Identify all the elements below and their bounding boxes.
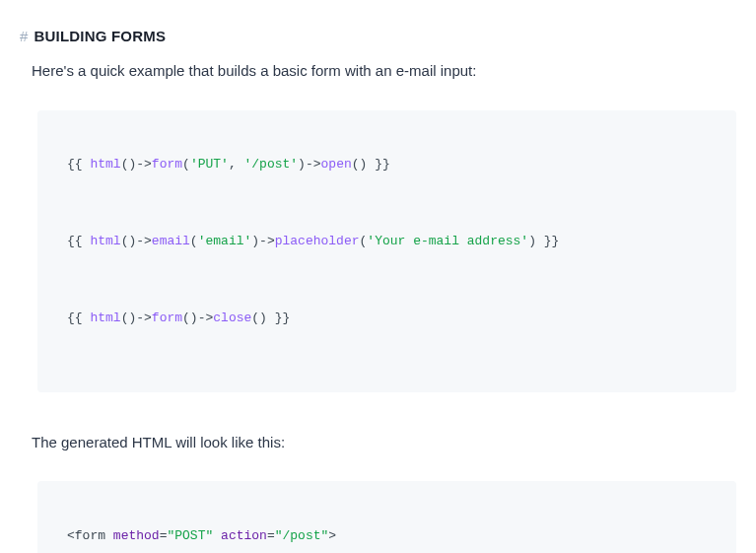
fn-html: html — [90, 234, 120, 248]
eq: = — [267, 528, 275, 543]
tag-form: form — [75, 528, 105, 543]
str-placeholder: 'Your e-mail address' — [367, 234, 528, 248]
paren-close: ) — [251, 234, 259, 248]
val-method: "POST" — [167, 528, 213, 543]
fn-close: close — [213, 311, 251, 325]
paren-open: ( — [190, 234, 198, 248]
paren: () — [121, 234, 137, 248]
paren: () — [121, 157, 137, 172]
attr-action: action — [221, 528, 267, 543]
arrow: -> — [306, 157, 321, 172]
fn-form: form — [152, 311, 182, 325]
fn-placeholder: placeholder — [275, 234, 360, 248]
fn-form: form — [152, 157, 182, 172]
fn-html: html — [90, 157, 120, 172]
paren: () — [182, 311, 198, 325]
paren: () — [121, 311, 137, 325]
code-line: {{ html()->form()->close() }} — [67, 309, 707, 328]
code-block-blade: {{ html()->form('PUT', '/post')->open() … — [37, 110, 736, 392]
paren-open: ( — [182, 157, 190, 172]
arrow: -> — [136, 157, 152, 172]
str-email: 'email' — [198, 234, 252, 248]
doc-page: #BUILDING FORMS Here's a quick example t… — [0, 0, 756, 553]
str-post: '/post' — [244, 157, 299, 172]
arrow: -> — [198, 311, 214, 325]
heading-hash: # — [20, 28, 29, 44]
code-block-html-output: <form method="POST" action="/post"> <inp… — [37, 481, 736, 553]
fn-html: html — [90, 311, 120, 325]
fn-open: open — [321, 157, 352, 172]
sp — [213, 528, 221, 543]
delim-close: }} — [267, 311, 290, 325]
arrow: -> — [259, 234, 275, 248]
outro-paragraph: The generated HTML will look like this: — [32, 432, 736, 454]
heading-text: BUILDING FORMS — [34, 28, 167, 44]
str-put: 'PUT' — [190, 157, 229, 172]
paren: () — [251, 311, 267, 325]
comma: , — [229, 157, 244, 172]
arrow: -> — [136, 234, 152, 248]
code-line: {{ html()->email('email')->placeholder('… — [67, 232, 707, 251]
sp — [105, 528, 113, 543]
delim-open: {{ — [67, 234, 90, 248]
intro-paragraph: Here's a quick example that builds a bas… — [32, 60, 736, 83]
lt: < — [67, 528, 75, 543]
code-line: <form method="POST" action="/post"> — [67, 526, 707, 546]
paren-close: ) — [298, 157, 306, 172]
paren-close: ) — [528, 234, 536, 248]
paren: () — [352, 157, 368, 172]
delim-close: }} — [536, 234, 559, 248]
section-heading: #BUILDING FORMS — [20, 28, 736, 44]
delim-close: }} — [367, 157, 389, 172]
arrow: -> — [136, 311, 152, 325]
fn-email: email — [152, 234, 190, 248]
code-line: {{ html()->form('PUT', '/post')->open() … — [67, 155, 707, 174]
delim-open: {{ — [67, 157, 90, 172]
attr-method: method — [113, 528, 160, 543]
delim-open: {{ — [67, 311, 90, 325]
gt: > — [328, 528, 336, 543]
val-action: "/post" — [275, 528, 329, 543]
